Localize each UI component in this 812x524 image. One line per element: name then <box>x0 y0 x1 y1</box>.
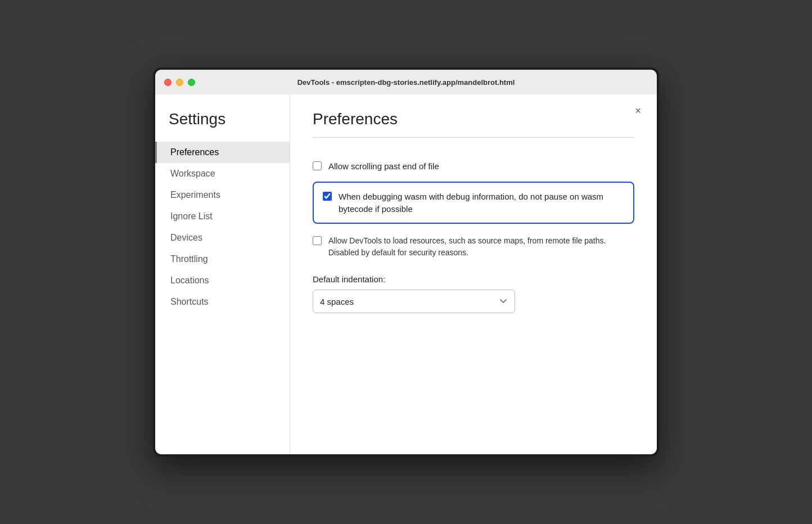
minimize-traffic-light[interactable] <box>176 79 183 86</box>
indentation-label: Default indentation: <box>313 274 634 284</box>
sidebar-item-locations[interactable]: Locations <box>155 270 290 291</box>
allow-scrolling-label: Allow scrolling past end of file <box>328 160 439 173</box>
sidebar-item-devices[interactable]: Devices <box>155 227 290 249</box>
maximize-traffic-light[interactable] <box>188 79 195 86</box>
setting-allow-devtools-load: Allow DevTools to load resources, such a… <box>313 228 634 265</box>
sidebar-heading: Settings <box>155 110 290 142</box>
settings-list: Allow scrolling past end of file When de… <box>313 153 634 265</box>
sidebar-item-ignore-list[interactable]: Ignore List <box>155 206 290 227</box>
setting-allow-scrolling: Allow scrolling past end of file <box>313 153 634 179</box>
sidebar-item-throttling[interactable]: Throttling <box>155 249 290 270</box>
traffic-lights <box>164 79 195 86</box>
sidebar-item-experiments[interactable]: Experiments <box>155 184 290 206</box>
window-body: Settings Preferences Workspace Experimen… <box>155 94 657 454</box>
section-divider <box>313 137 634 138</box>
main-content: × Preferences Allow scrolling past end o… <box>290 94 657 454</box>
sidebar-item-workspace[interactable]: Workspace <box>155 163 290 184</box>
allow-scrolling-checkbox[interactable] <box>313 161 322 170</box>
setting-wasm-debug: When debugging wasm with debug informati… <box>313 182 634 224</box>
close-traffic-light[interactable] <box>164 79 172 86</box>
wasm-debug-label: When debugging wasm with debug informati… <box>339 191 624 215</box>
sidebar: Settings Preferences Workspace Experimen… <box>155 94 290 454</box>
allow-devtools-load-label: Allow DevTools to load resources, such a… <box>328 235 634 259</box>
sidebar-item-preferences[interactable]: Preferences <box>155 142 290 163</box>
wasm-debug-checkbox[interactable] <box>323 192 332 201</box>
allow-devtools-load-checkbox[interactable] <box>313 236 322 245</box>
sidebar-item-shortcuts[interactable]: Shortcuts <box>155 291 290 313</box>
window: DevTools - emscripten-dbg-stories.netlif… <box>153 67 659 457</box>
window-title: DevTools - emscripten-dbg-stories.netlif… <box>297 78 515 87</box>
titlebar: DevTools - emscripten-dbg-stories.netlif… <box>155 70 657 94</box>
close-button[interactable]: × <box>630 103 646 118</box>
section-title: Preferences <box>313 110 634 128</box>
indentation-select[interactable]: 2 spaces 4 spaces 8 spaces Tab character <box>313 290 515 313</box>
indentation-section: Default indentation: 2 spaces 4 spaces 8… <box>313 274 634 313</box>
